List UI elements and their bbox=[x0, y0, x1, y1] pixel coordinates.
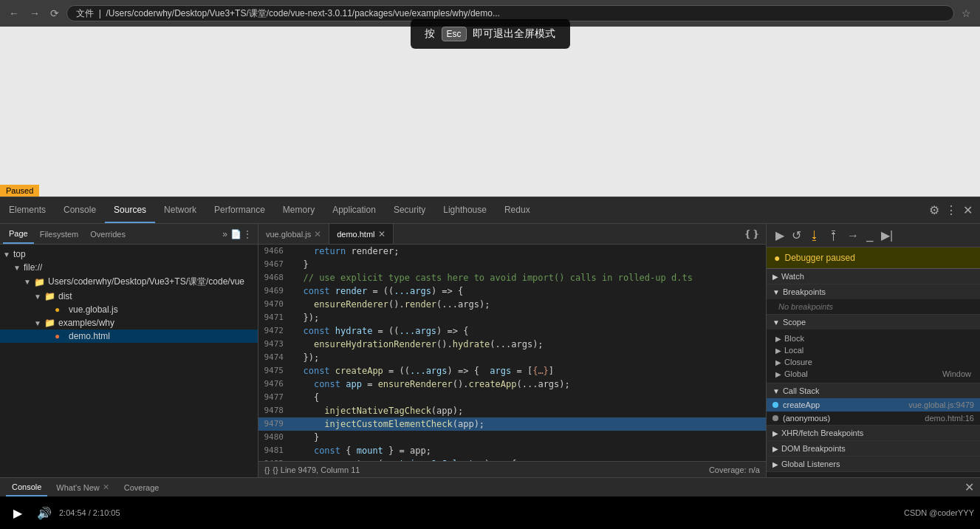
scope-global-arrow: ▶ bbox=[775, 370, 781, 378]
coverage-info: Coverage: n/a bbox=[709, 465, 760, 474]
filetree-icon-2[interactable]: ⋮ bbox=[243, 229, 252, 239]
bottom-tab-coverage[interactable]: Coverage bbox=[118, 478, 165, 496]
refresh-button[interactable]: ⟳ bbox=[47, 6, 62, 21]
taskbar-play[interactable]: ▶ bbox=[6, 501, 30, 525]
source-tab-demo-label: demo.html bbox=[337, 230, 374, 239]
cursor-position: {} Line 9479, Column 11 bbox=[273, 465, 360, 474]
tab-elements[interactable]: Elements bbox=[0, 197, 55, 223]
tree-item-examples[interactable]: ▼ 📁 examples/why bbox=[0, 316, 258, 330]
tree-label-top: top bbox=[13, 249, 26, 259]
breakpoints-section: ▼ Breakpoints No breakpoints bbox=[767, 284, 980, 315]
tree-item-dist[interactable]: ▼ 📁 dist bbox=[0, 290, 258, 303]
tree-item-users[interactable]: ▼ 📁 Users/coderwhy/Desktop/Vue3+TS/课堂/co… bbox=[0, 274, 258, 290]
call-stack-item-anonymous[interactable]: (anonymous) demo.html:16 bbox=[767, 412, 980, 425]
tree-label-file: file:// bbox=[24, 262, 42, 273]
tree-label-users: Users/coderwhy/Desktop/Vue3+TS/课堂/code/v… bbox=[48, 276, 244, 288]
code-line-9477: 9477 { bbox=[258, 391, 766, 404]
dom-section: ▶ DOM Breakpoints bbox=[767, 441, 980, 457]
tab-console[interactable]: Console bbox=[55, 197, 105, 223]
debugger-paused-banner: ● Debugger paused bbox=[767, 248, 980, 269]
filetree-icon-1[interactable]: 📄 bbox=[230, 229, 241, 239]
call-stack-header[interactable]: ▼ Call Stack bbox=[767, 383, 980, 398]
source-code[interactable]: 9466 return renderer; 9467 } 9468 // use… bbox=[258, 245, 766, 461]
breakpoints-section-header[interactable]: ▼ Breakpoints bbox=[767, 284, 980, 299]
call-stack-fn-2: (anonymous) bbox=[783, 414, 830, 423]
scope-closure-arrow: ▶ bbox=[775, 358, 781, 366]
watch-section-header[interactable]: ▶ Watch bbox=[767, 269, 980, 284]
bookmark-button[interactable]: ☆ bbox=[959, 6, 974, 21]
source-tab-demo[interactable]: demo.html ✕ bbox=[329, 224, 393, 244]
source-format-button[interactable]: ❴❵ bbox=[744, 228, 760, 239]
source-tab-demo-close[interactable]: ✕ bbox=[378, 229, 386, 239]
tab-performance[interactable]: Performance bbox=[205, 197, 274, 223]
code-line-9475: 9475 const createApp = ((...args) => { a… bbox=[258, 364, 766, 378]
xhr-arrow: ▶ bbox=[772, 429, 778, 437]
step-over-button[interactable]: ↺ bbox=[789, 227, 804, 244]
more-button[interactable]: ⋮ bbox=[944, 202, 959, 219]
taskbar-time: 2:04:54 / 2:10:05 bbox=[59, 508, 120, 517]
scope-content: ▶ Block ▶ Local ▶ Closure ▶ Globa bbox=[767, 330, 980, 383]
forward-button[interactable]: → bbox=[27, 6, 43, 21]
bottom-tab-console[interactable]: Console bbox=[6, 478, 47, 496]
tab-security[interactable]: Security bbox=[385, 197, 434, 223]
code-line-9471: 9471 }); bbox=[258, 311, 766, 324]
step-button[interactable]: → bbox=[844, 228, 862, 244]
filetree-tab-overrides[interactable]: Overrides bbox=[84, 224, 131, 244]
code-line-9469: 9469 const render = ((...args) => { bbox=[258, 284, 766, 298]
global-listeners-header[interactable]: ▶ Global Listeners bbox=[767, 457, 980, 471]
tree-item-top[interactable]: ▼ top bbox=[0, 248, 258, 261]
tree-item-demo-html[interactable]: ● demo.html bbox=[0, 330, 258, 343]
tree-item-file[interactable]: ▼ file:// bbox=[0, 261, 258, 274]
back-button[interactable]: ← bbox=[6, 6, 22, 21]
whatsnew-close[interactable]: ✕ bbox=[103, 482, 109, 492]
filetree-tab-filesystem[interactable]: Filesystem bbox=[34, 224, 85, 244]
source-tab-vueglobal[interactable]: vue.global.js ✕ bbox=[258, 224, 329, 244]
scope-global[interactable]: ▶ Global Window bbox=[772, 368, 974, 380]
step-out-button[interactable]: ⭱ bbox=[825, 228, 843, 244]
close-devtools-button[interactable]: ✕ bbox=[962, 202, 974, 219]
tab-redux[interactable]: Redux bbox=[496, 197, 539, 223]
resume-button[interactable]: ▶ bbox=[772, 227, 787, 244]
step-into-button[interactable]: ⭳ bbox=[806, 228, 823, 244]
code-line-9474: 9474 }); bbox=[258, 351, 766, 364]
settings-button[interactable]: ⚙ bbox=[928, 202, 941, 219]
scope-block[interactable]: ▶ Block bbox=[772, 332, 974, 344]
file-tree-content: ▼ top ▼ file:// ▼ 📁 Users/coderwhy/Deskt… bbox=[0, 245, 258, 477]
tree-arrow-users: ▼ bbox=[24, 278, 34, 286]
code-line-9479: 9479 injectCustomElementCheck(app); bbox=[258, 417, 766, 431]
bottom-tabs-bar: Console What's New ✕ Coverage ✕ bbox=[0, 477, 980, 496]
debug-toolbar: ▶ ↺ ⭳ ⭱ → ⎯ ▶| bbox=[767, 224, 980, 248]
global-listeners-arrow: ▶ bbox=[772, 460, 778, 468]
tab-network[interactable]: Network bbox=[155, 197, 205, 223]
source-tab-vueglobal-label: vue.global.js bbox=[266, 230, 311, 239]
tree-item-vue-global[interactable]: ● vue.global.js bbox=[0, 303, 258, 316]
source-tab-vueglobal-close[interactable]: ✕ bbox=[314, 229, 321, 239]
file-tree-tabs: Page Filesystem Overrides » 📄 ⋮ bbox=[0, 224, 258, 245]
debug-panel: ▶ ↺ ⭳ ⭱ → ⎯ ▶| ● Debugger paused ▶ Watch bbox=[766, 224, 980, 477]
taskbar-speaker[interactable]: 🔊 bbox=[32, 501, 56, 525]
filetree-tab-page[interactable]: Page bbox=[3, 224, 34, 244]
call-stack-item-create-app[interactable]: createApp vue.global.js:9479 bbox=[767, 398, 980, 412]
code-line-9467: 9467 } bbox=[258, 258, 766, 271]
folder-icon-users: 📁 bbox=[34, 277, 46, 287]
dom-header[interactable]: ▶ DOM Breakpoints bbox=[767, 441, 980, 456]
close-bottom-panel[interactable]: ✕ bbox=[964, 480, 974, 494]
code-line-9468: 9468 // use explicit type casts here to … bbox=[258, 271, 766, 284]
call-stack-arrow: ▼ bbox=[772, 387, 780, 395]
pause-exceptions-button[interactable]: ▶| bbox=[878, 227, 896, 244]
tab-sources[interactable]: Sources bbox=[105, 197, 155, 223]
deactivate-button[interactable]: ⎯ bbox=[863, 228, 877, 244]
devtools: Elements Console Sources Network Perform… bbox=[0, 197, 980, 496]
tab-lighthouse[interactable]: Lighthouse bbox=[434, 197, 496, 223]
paused-indicator: ● bbox=[774, 252, 780, 264]
bottom-tab-whatsnew[interactable]: What's New ✕ bbox=[50, 478, 114, 496]
source-footer-format: {} {} Line 9479, Column 11 bbox=[264, 465, 360, 474]
tab-application[interactable]: Application bbox=[323, 197, 385, 223]
scope-local[interactable]: ▶ Local bbox=[772, 344, 974, 356]
tab-memory[interactable]: Memory bbox=[274, 197, 323, 223]
call-stack-section: ▼ Call Stack createApp vue.global.js:947… bbox=[767, 383, 980, 426]
xhr-header[interactable]: ▶ XHR/fetch Breakpoints bbox=[767, 426, 980, 440]
scope-section-header[interactable]: ▼ Scope bbox=[767, 315, 980, 330]
scope-closure[interactable]: ▶ Closure bbox=[772, 356, 974, 368]
filetree-more[interactable]: » bbox=[222, 229, 227, 239]
